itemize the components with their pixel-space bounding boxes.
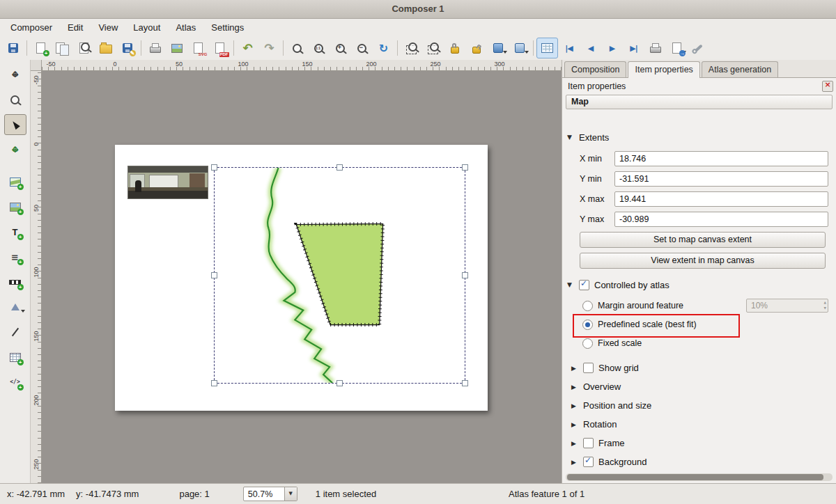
radio-margin-around-feature[interactable] — [582, 301, 593, 311]
spinner-arrows-icon[interactable]: ▲▼ — [824, 300, 826, 311]
atlas-group-header[interactable]: ▼ Controlled by atlas — [566, 276, 833, 294]
lock-selected-items-button[interactable] — [444, 38, 465, 58]
manage-composers-button[interactable] — [73, 38, 95, 58]
redo-button[interactable]: ↷ — [258, 38, 280, 58]
margin-spinbox[interactable]: 10%▲▼ — [746, 299, 828, 313]
composition-canvas[interactable] — [42, 71, 562, 483]
dropdown-caret-icon[interactable] — [21, 310, 25, 315]
controlled-by-atlas-checkbox[interactable] — [579, 280, 589, 290]
dropdown-caret-icon[interactable] — [525, 51, 529, 56]
set-to-map-canvas-extent-button[interactable]: Set to map canvas extent — [580, 232, 826, 248]
collapse-arrow-icon[interactable]: ▼ — [567, 281, 574, 288]
extents-group-header[interactable]: ▼ Extents — [566, 128, 833, 146]
group-position-and-size[interactable]: ▶Position and size — [570, 396, 828, 415]
close-panel-icon[interactable] — [822, 81, 833, 92]
selected-map-item[interactable] — [214, 167, 465, 384]
extent-input-x-min[interactable]: 18.746 — [614, 151, 828, 166]
expand-arrow-icon[interactable]: ▶ — [571, 459, 578, 466]
resize-handle-top-left[interactable] — [211, 164, 217, 171]
export-as-pdf-button[interactable]: PDF — [209, 38, 231, 58]
atlas-first-feature-button[interactable]: |◀ — [558, 38, 580, 58]
expand-arrow-icon[interactable]: ▶ — [571, 402, 578, 409]
menu-layout[interactable]: Layout — [125, 20, 168, 35]
zoom-full-button[interactable] — [286, 38, 308, 58]
add-shape-tool[interactable] — [4, 297, 26, 317]
group-overview[interactable]: ▶Overview — [570, 377, 828, 396]
resize-handle-bottom-middle[interactable] — [336, 380, 343, 386]
checkbox-background[interactable] — [583, 457, 594, 467]
dropdown-caret-icon[interactable] — [503, 51, 507, 56]
scrollbar-thumb[interactable] — [567, 474, 823, 480]
resize-handle-middle-left[interactable] — [211, 272, 217, 278]
refresh-view-button[interactable]: ↻ — [373, 38, 394, 58]
group-items-button[interactable] — [487, 38, 509, 58]
add-legend-tool[interactable]: ≡+ — [4, 246, 26, 267]
raise-selected-items-button[interactable] — [509, 38, 530, 58]
load-from-template-button[interactable] — [95, 38, 116, 58]
add-attribute-table-tool[interactable]: + — [4, 347, 26, 368]
checkbox-frame[interactable] — [583, 438, 594, 448]
view-extent-in-map-canvas-button[interactable]: View extent in map canvas — [580, 253, 826, 269]
atlas-image-item[interactable] — [127, 166, 208, 199]
duplicate-composer-button[interactable] — [52, 38, 73, 58]
atlas-last-feature-button[interactable]: ▶| — [623, 38, 644, 58]
tab-composition[interactable]: Composition — [564, 61, 626, 77]
zoom-next-button[interactable] — [422, 38, 444, 58]
tab-item-properties[interactable]: Item properties — [628, 61, 699, 78]
group-background[interactable]: ▶Background — [570, 452, 828, 471]
zoom-100-button[interactable]: 1:1 — [308, 38, 330, 58]
group-show-grid[interactable]: ▶Show grid — [570, 359, 828, 377]
zoom-tool[interactable] — [4, 89, 26, 110]
zoom-out-button[interactable]: − — [351, 38, 373, 58]
pan-tool[interactable] — [4, 64, 26, 85]
expand-arrow-icon[interactable]: ▶ — [571, 440, 578, 447]
menu-view[interactable]: View — [91, 20, 125, 35]
tab-atlas-generation[interactable]: Atlas generation — [702, 61, 778, 77]
expand-arrow-icon[interactable]: ▶ — [571, 421, 578, 428]
export-as-image-button[interactable] — [166, 38, 187, 58]
radio-fixed-scale[interactable] — [582, 338, 593, 349]
resize-handle-middle-right[interactable] — [462, 272, 468, 278]
extent-input-x-max[interactable]: 19.441 — [614, 191, 828, 207]
atlas-settings-button[interactable] — [688, 38, 709, 58]
zoom-dropdown-icon[interactable] — [284, 487, 297, 501]
expand-arrow-icon[interactable]: ▶ — [571, 365, 578, 372]
group-frame[interactable]: ▶Frame — [570, 434, 828, 452]
add-scalebar-tool[interactable]: + — [4, 271, 26, 292]
add-html-tool[interactable]: </>+ — [4, 372, 26, 393]
collapse-arrow-icon[interactable]: ▼ — [567, 134, 574, 141]
menu-edit[interactable]: Edit — [60, 20, 91, 35]
add-arrow-tool[interactable] — [4, 322, 26, 342]
print-button[interactable] — [144, 38, 166, 58]
menu-settings[interactable]: Settings — [203, 20, 251, 35]
add-image-tool[interactable]: + — [4, 196, 26, 217]
export-as-svg-button[interactable]: SVG — [187, 38, 209, 58]
add-new-map-tool[interactable]: + — [4, 171, 26, 192]
zoom-previous-button[interactable] — [401, 38, 422, 58]
add-label-tool[interactable]: T+ — [4, 221, 26, 242]
save-as-template-button[interactable]: ✎ — [116, 38, 138, 58]
preview-atlas-button[interactable] — [536, 38, 558, 58]
atlas-next-feature-button[interactable]: ▶ — [601, 38, 623, 58]
zoom-combobox[interactable]: 50.7% — [243, 487, 297, 501]
resize-handle-top-right[interactable] — [462, 164, 468, 171]
zoom-in-button[interactable]: + — [330, 38, 351, 58]
save-project-button[interactable] — [2, 38, 24, 58]
group-rotation[interactable]: ▶Rotation — [570, 415, 828, 434]
extent-input-y-max[interactable]: -30.989 — [614, 212, 828, 227]
expand-arrow-icon[interactable]: ▶ — [571, 384, 578, 391]
resize-handle-bottom-right[interactable] — [462, 380, 468, 386]
panel-horizontal-scrollbar[interactable] — [566, 473, 833, 481]
atlas-previous-feature-button[interactable]: ◀ — [580, 38, 601, 58]
resize-handle-top-middle[interactable] — [336, 164, 343, 171]
menu-composer[interactable]: Composer — [3, 20, 60, 35]
resize-handle-bottom-left[interactable] — [211, 380, 217, 386]
checkbox-show-grid[interactable] — [583, 363, 594, 373]
radio-predefined-scale-best-fit-[interactable] — [582, 320, 593, 330]
undo-button[interactable]: ↶ — [237, 38, 258, 58]
extent-input-y-min[interactable]: -31.591 — [614, 171, 828, 187]
print-atlas-button[interactable] — [644, 38, 666, 58]
select-move-item-tool[interactable] — [4, 114, 26, 135]
new-composer-button[interactable]: + — [30, 38, 52, 58]
menu-atlas[interactable]: Atlas — [168, 20, 203, 35]
